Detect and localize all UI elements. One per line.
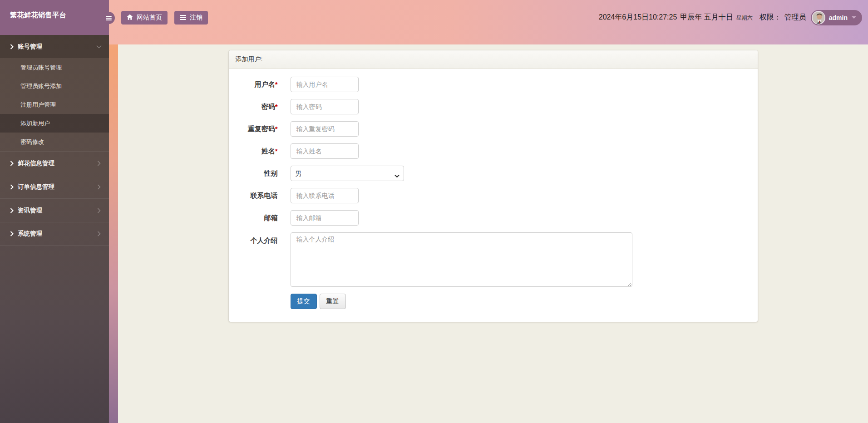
topbar-row: 网站首页 注销 2024年6月15日10:27:25 甲辰年 五月十日 星期六 … — [109, 0, 868, 35]
name-label: 姓名* — [236, 143, 291, 159]
app-window: 网站首页 注销 2024年6月15日10:27:25 甲辰年 五月十日 星期六 … — [0, 0, 868, 423]
lunar-date-text: 甲辰年 五月十日 — [680, 13, 733, 22]
gender-label: 性别 — [236, 166, 291, 181]
sidebar-subitem-add-new-user[interactable]: 添加新用户 — [0, 114, 109, 133]
repeat-password-field[interactable] — [291, 121, 359, 137]
sidebar-item-system-management[interactable]: 系统管理 — [0, 222, 109, 246]
chevron-right-icon — [97, 208, 101, 213]
chevron-right-icon — [10, 161, 14, 166]
required-asterisk: * — [275, 125, 278, 133]
site-home-button[interactable]: 网站首页 — [121, 11, 168, 25]
sidebar-item-order-info-management[interactable]: 订单信息管理 — [0, 175, 109, 198]
password-label: 密码* — [236, 99, 291, 114]
chevron-right-icon — [10, 208, 14, 213]
clock-area: 2024年6月15日10:27:25 甲辰年 五月十日 星期六 权限： 管理员 — [599, 13, 806, 22]
email-label: 邮箱 — [236, 210, 291, 226]
reset-button[interactable]: 重置 — [320, 294, 346, 309]
bio-field[interactable] — [291, 232, 632, 287]
submit-button[interactable]: 提交 — [291, 294, 317, 309]
logout-button[interactable]: 注销 — [174, 11, 208, 25]
chevron-right-icon — [97, 161, 101, 166]
sidebar-item-flower-info-management[interactable]: 鲜花信息管理 — [0, 151, 109, 175]
sidebar-item-account-management[interactable]: 账号管理 — [0, 35, 109, 58]
chevron-down-icon — [96, 45, 102, 49]
name-field[interactable] — [291, 143, 359, 159]
chevron-right-icon — [10, 184, 14, 190]
weekday-text: 星期六 — [736, 14, 753, 22]
password-field[interactable] — [291, 99, 359, 114]
repeat-password-label: 重复密码* — [236, 121, 291, 137]
sidebar-item-news-management[interactable]: 资讯管理 — [0, 198, 109, 222]
required-asterisk: * — [275, 147, 278, 155]
sidebar-subitem-admin-account-management[interactable]: 管理员账号管理 — [0, 58, 109, 77]
main-content: 添加用户: 用户名* 密码* 重复密码* 姓名* — [118, 44, 868, 423]
sidebar-item-label: 系统管理 — [18, 230, 42, 238]
bio-label: 个人介绍 — [236, 232, 291, 287]
add-user-form: 用户名* 密码* 重复密码* 姓名* 性别 — [229, 69, 758, 322]
hamburger-icon — [106, 16, 112, 20]
panel-title: 添加用户: — [229, 50, 758, 69]
required-asterisk: * — [275, 103, 278, 110]
sidebar-item-label: 订单信息管理 — [18, 183, 54, 191]
sidebar-toggle-button[interactable] — [103, 12, 115, 24]
chevron-right-icon — [10, 231, 14, 236]
gender-select-wrap: 男 — [291, 166, 404, 181]
sidebar-item-label: 资讯管理 — [18, 207, 42, 215]
logout-label: 注销 — [190, 14, 202, 22]
required-asterisk: * — [275, 80, 278, 88]
phone-field[interactable] — [291, 188, 359, 203]
sidebar-subitem-change-password[interactable]: 密码修改 — [0, 133, 109, 151]
gender-select[interactable]: 男 — [291, 166, 404, 181]
user-menu[interactable]: admin — [811, 10, 862, 25]
username-label: 用户名* — [236, 77, 291, 92]
sidebar-item-label: 鲜花信息管理 — [18, 159, 54, 167]
datetime-text: 2024年6月15日10:27:25 — [599, 13, 677, 22]
brand-title: 繁花鲜花销售平台 — [0, 0, 109, 35]
permission-value: 管理员 — [784, 13, 806, 22]
sidebar-item-label: 账号管理 — [18, 43, 42, 51]
list-icon — [180, 15, 186, 20]
sidebar-submenu-account: 管理员账号管理 管理员账号添加 注册用户管理 添加新用户 密码修改 — [0, 58, 109, 151]
site-home-label: 网站首页 — [137, 14, 162, 22]
sidebar-subitem-admin-account-add[interactable]: 管理员账号添加 — [0, 77, 109, 95]
home-icon — [127, 14, 133, 21]
email-field[interactable] — [291, 210, 359, 226]
username-field[interactable] — [291, 77, 359, 92]
topbar: 网站首页 注销 2024年6月15日10:27:25 甲辰年 五月十日 星期六 … — [109, 0, 868, 44]
caret-down-icon — [852, 16, 856, 19]
phone-label: 联系电话 — [236, 188, 291, 203]
form-actions: 提交 重置 — [291, 294, 751, 309]
avatar — [812, 11, 825, 25]
chevron-right-icon — [97, 231, 101, 236]
sidebar-subitem-registered-user-management[interactable]: 注册用户管理 — [0, 95, 109, 114]
permission-label: 权限： — [760, 13, 781, 22]
chevron-right-icon — [10, 44, 14, 49]
sidebar-nav: 账号管理 管理员账号管理 管理员账号添加 注册用户管理 添加新用户 密码修改 鲜… — [0, 35, 109, 246]
username-text: admin — [829, 14, 848, 21]
sidebar: 繁花鲜花销售平台 账号管理 管理员账号管理 管理员账号添加 注册用户管理 添加新… — [0, 0, 109, 423]
chevron-right-icon — [97, 184, 101, 190]
add-user-panel: 添加用户: 用户名* 密码* 重复密码* 姓名* — [228, 50, 758, 322]
